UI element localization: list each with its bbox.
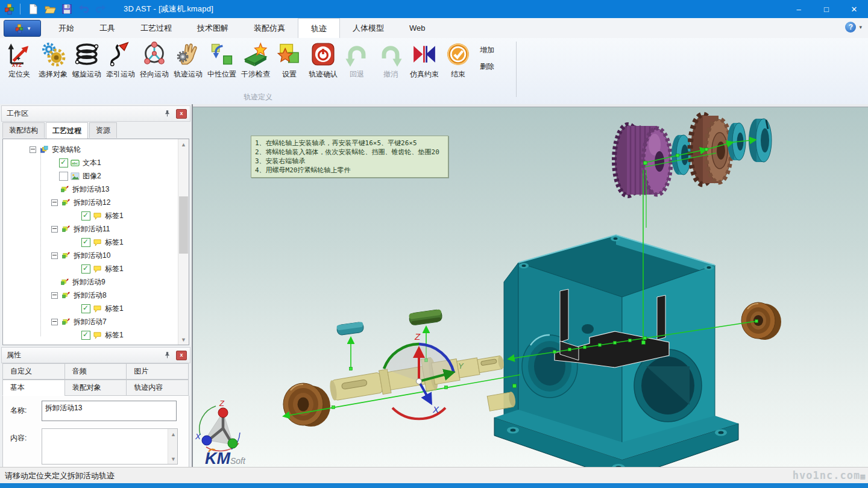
open-file-icon[interactable]	[43, 2, 57, 16]
viewport-3d[interactable]: Z Y X Z X	[193, 107, 868, 468]
close-icon[interactable]: x	[176, 109, 187, 119]
tag-icon	[92, 211, 102, 221]
tab-process[interactable]: 工艺过程	[128, 18, 184, 38]
expander-icon[interactable]	[51, 319, 58, 325]
tree-item[interactable]: 拆卸活动12	[3, 196, 178, 209]
left-bearing-part[interactable]	[283, 383, 330, 427]
chevron-down-icon[interactable]: ▾	[859, 24, 862, 30]
tab-basic[interactable]: 基本	[2, 380, 65, 396]
small-key-part[interactable]	[336, 322, 364, 336]
orientation-triad[interactable]: Z X	[195, 399, 240, 451]
checkbox[interactable]	[81, 264, 90, 274]
checkbox[interactable]	[81, 304, 90, 313]
checkbox[interactable]	[81, 238, 90, 247]
tab-track-content[interactable]: 轨迹内容	[126, 380, 189, 396]
tab-assembly-simulation[interactable]: 装配仿真	[241, 18, 298, 38]
expander-icon[interactable]	[51, 292, 58, 299]
bevel-gear-part[interactable]	[690, 114, 731, 184]
tree-item[interactable]: 安装蜗轮	[3, 143, 178, 156]
tree-item[interactable]: 图像2	[3, 169, 178, 183]
tab-trajectory[interactable]: 轨迹	[298, 18, 340, 39]
image-icon	[70, 172, 80, 181]
tab-process[interactable]: 工艺过程	[46, 122, 88, 139]
select-object-button[interactable]: 选择对象	[36, 39, 70, 81]
tree-item[interactable]: 拆卸活动9	[3, 275, 178, 289]
save-icon[interactable]	[60, 2, 74, 16]
content-scrollbar[interactable]: ▲ ▼	[168, 429, 177, 464]
tab-human-model[interactable]: 人体模型	[340, 18, 397, 38]
expander-icon[interactable]	[51, 226, 58, 233]
close-button[interactable]: ✕	[840, 0, 868, 18]
add-button[interactable]: 增加	[477, 44, 497, 57]
step-back-button[interactable]: 回退	[340, 39, 374, 81]
tree-item[interactable]: 拆卸活动10	[3, 249, 178, 262]
scroll-down-icon[interactable]: ▼	[168, 454, 178, 464]
app-logo-icon[interactable]	[2, 2, 17, 16]
name-field[interactable]: 拆卸活动13	[42, 401, 177, 421]
tab-start[interactable]: 开始	[46, 18, 87, 38]
checkbox[interactable]	[59, 172, 68, 181]
tree-item[interactable]: 标签1	[3, 328, 178, 342]
worm-gear-part[interactable]	[614, 125, 671, 196]
scroll-down-icon[interactable]: ▼	[178, 334, 189, 345]
tab-technical-illustration[interactable]: 技术图解	[184, 18, 241, 38]
neutral-position-button[interactable]: 中性位置	[205, 39, 239, 81]
tree-item[interactable]: 标签1	[3, 262, 178, 275]
help-icon[interactable]: ?	[845, 22, 856, 33]
expander-icon[interactable]	[30, 146, 36, 153]
content-field[interactable]: ▲ ▼	[42, 428, 178, 465]
tab-web[interactable]: Web	[397, 18, 438, 38]
simulation-constraint-button[interactable]: 仿真约束	[407, 39, 441, 81]
track-confirm-button[interactable]: 轨迹确认	[306, 39, 340, 81]
scrollbar-thumb[interactable]	[179, 196, 188, 254]
track-motion-button[interactable]: 轨迹运动	[171, 39, 205, 81]
gearbox-housing-part[interactable]	[494, 235, 738, 468]
app-menu-button[interactable]: ▾	[4, 20, 41, 37]
new-document-icon[interactable]	[26, 2, 40, 16]
minimize-button[interactable]: –	[785, 0, 813, 18]
finish-button[interactable]: 结束	[441, 39, 475, 81]
tab-custom[interactable]: 自定义	[2, 363, 65, 380]
tree-item[interactable]: 拆卸活动8	[3, 289, 178, 302]
close-icon[interactable]: x	[176, 351, 187, 360]
spiral-motion-button[interactable]: 螺旋运动	[70, 39, 104, 81]
expander-icon[interactable]	[51, 199, 58, 206]
tree-item[interactable]: 标签1	[3, 236, 178, 249]
pin-icon[interactable]	[163, 110, 171, 117]
checkbox[interactable]	[59, 158, 68, 167]
tree-item[interactable]: 标签1	[3, 302, 178, 315]
tree-item[interactable]: 文本1	[3, 156, 178, 169]
scroll-up-icon[interactable]: ▲	[178, 139, 189, 149]
delete-button[interactable]: 删除	[477, 60, 497, 73]
right-bearing-part[interactable]	[741, 302, 781, 340]
tab-tools[interactable]: 工具	[87, 18, 128, 38]
checkbox[interactable]	[81, 211, 90, 221]
tab-picture[interactable]: 图片	[126, 363, 189, 380]
tree-item[interactable]: 拆卸活动11	[3, 222, 178, 236]
checkbox[interactable]	[81, 331, 90, 340]
tree-item[interactable]: 拆卸活动7	[3, 315, 178, 328]
tab-assembly-structure[interactable]: 装配结构	[2, 122, 45, 138]
tree-item[interactable]: 拆卸活动13	[3, 183, 178, 196]
drag-motion-button[interactable]: 牵引运动	[104, 39, 137, 81]
expander-icon[interactable]	[51, 252, 58, 259]
undo-icon[interactable]	[77, 2, 91, 16]
tree-item[interactable]: 标签1	[3, 209, 178, 222]
tab-assembly-object[interactable]: 装配对象	[64, 380, 127, 396]
large-key-part[interactable]	[409, 309, 442, 325]
settings-button[interactable]: 设置	[272, 39, 306, 81]
tab-audio[interactable]: 音频	[64, 363, 127, 380]
undo-motion-button[interactable]: 撤消	[374, 39, 407, 81]
pin-icon[interactable]	[163, 351, 171, 359]
left-panel: 工作区 x 装配结构 工艺过程 资源 安装蜗轮 文本1 图像2 拆卸活动13 拆…	[0, 104, 193, 467]
radial-motion-button[interactable]: 径向运动	[137, 39, 171, 81]
activity-icon	[61, 318, 71, 327]
maximize-button[interactable]: □	[813, 0, 840, 18]
scroll-up-icon[interactable]: ▲	[168, 429, 178, 439]
tree-scrollbar[interactable]: ▲ ▼	[178, 139, 189, 345]
redo-icon[interactable]	[93, 2, 108, 16]
interference-check-button[interactable]: 干涉检查	[239, 39, 272, 81]
spring-coil-icon	[74, 41, 100, 67]
tab-resources[interactable]: 资源	[89, 122, 117, 138]
positioner-clamp-button[interactable]: 定位夹	[2, 39, 36, 81]
